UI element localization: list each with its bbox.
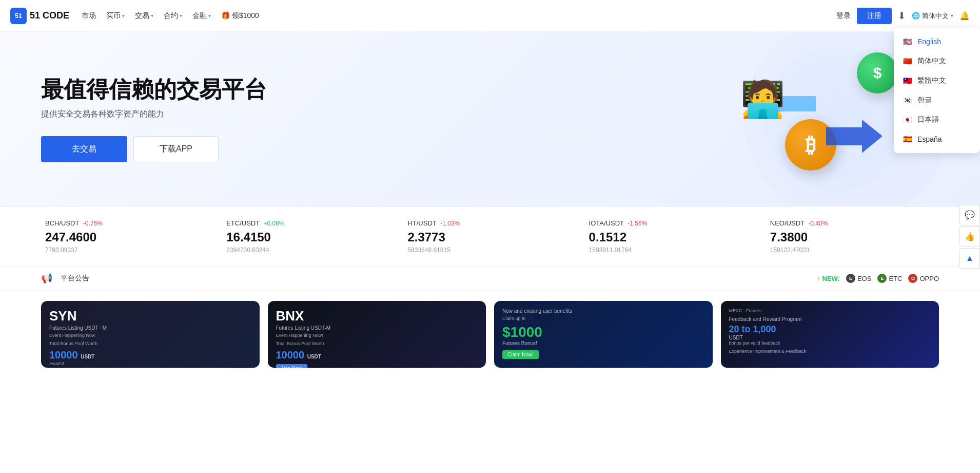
ticker-ht[interactable]: HT/USDT -1.03% 2.3773 5833648.61815 bbox=[403, 219, 576, 254]
ticker-iota-pair: IOTA/USDT -1.56% bbox=[589, 219, 754, 227]
banner-syn-amount: 10000 USDT bbox=[49, 349, 251, 361]
banner-mxc[interactable]: MEXC · Futures Feedback and Reward Progr… bbox=[721, 301, 939, 368]
coin-tag-oppo[interactable]: O OPPO bbox=[908, 274, 939, 283]
download-app-button[interactable]: 下载APP bbox=[133, 136, 219, 162]
banner-mxc-sub: Experience Improvement & Feedback bbox=[729, 349, 931, 354]
ticker-grid: BCH/USDT -0.76% 247.4600 7793.09337 ETC/… bbox=[41, 219, 939, 254]
nav-buy[interactable]: 买币 ▾ bbox=[106, 11, 125, 21]
etc-label: ETC bbox=[889, 275, 902, 282]
hero-subtitle: 提供安全交易各种数字资产的能力 bbox=[41, 109, 267, 120]
banner-bnx-join-button[interactable]: Join Now bbox=[276, 364, 307, 368]
nav-finance[interactable]: 金融 ▾ bbox=[192, 11, 211, 21]
ticker-neo-price: 7.3800 bbox=[770, 230, 935, 244]
chat-widget-button[interactable]: 💬 bbox=[959, 205, 980, 225]
bell-icon[interactable]: 🔔 bbox=[959, 11, 970, 21]
oppo-dot: O bbox=[908, 274, 917, 283]
coin-tag-eos[interactable]: E EOS bbox=[846, 274, 871, 283]
language-button[interactable]: 🌐 简体中文 ▾ bbox=[912, 11, 953, 21]
ticker-bch[interactable]: BCH/USDT -0.76% 247.4600 7793.09337 bbox=[41, 219, 214, 254]
ko-flag-icon: 🇰🇷 bbox=[902, 95, 912, 105]
ticker-neo-vol: 159122.47023 bbox=[770, 247, 935, 254]
chevron-icon: ▾ bbox=[180, 13, 182, 18]
lang-es-label: España bbox=[917, 135, 942, 143]
nav-contract[interactable]: 合约 ▾ bbox=[164, 11, 182, 21]
lang-option-es[interactable]: 🇪🇸 España bbox=[894, 129, 980, 149]
register-button[interactable]: 注册 bbox=[857, 8, 892, 24]
chevron-icon: ▾ bbox=[208, 13, 211, 18]
hero-title: 最值得信赖的交易平台 bbox=[41, 76, 267, 103]
banner-syn-subtitle: Futures Listing USDT · M bbox=[49, 325, 251, 331]
arrow-right-icon bbox=[826, 120, 883, 160]
login-button[interactable]: 登录 bbox=[836, 11, 851, 21]
eos-label: EOS bbox=[857, 275, 871, 282]
chevron-down-icon: ▾ bbox=[951, 13, 953, 18]
ticker-iota-price: 0.1512 bbox=[589, 230, 754, 244]
chevron-icon: ▾ bbox=[151, 13, 153, 18]
hero-buttons: 去交易 下载APP bbox=[41, 136, 267, 162]
oppo-label: OPPO bbox=[919, 275, 939, 282]
zh-tw-flag-icon: 🇹🇼 bbox=[902, 75, 912, 86]
ticker-ht-price: 2.3773 bbox=[407, 230, 572, 244]
eos-dot: E bbox=[846, 274, 855, 283]
ticker-etc[interactable]: ETC/USDT +0.08% 16.4150 2394730.63244 bbox=[222, 219, 395, 254]
banner-bnx-usdt: USDT bbox=[307, 354, 321, 360]
lang-option-zh-cn[interactable]: 🇨🇳 简体中文 bbox=[894, 51, 980, 71]
announce-bar: 📢 平台公告 ↑ NEW: E EOS E ETC O OPPO bbox=[0, 267, 980, 291]
navbar: 51 51 CODE 市场 买币 ▾ 交易 ▾ 合约 ▾ 金融 ▾ 🎁 领$10… bbox=[0, 0, 980, 32]
lang-zh-tw-label: 繁體中文 bbox=[917, 76, 946, 85]
ticker-section: BCH/USDT -0.76% 247.4600 7793.09337 ETC/… bbox=[0, 206, 980, 267]
banner-bnx[interactable]: BNX Futures Listing USDT-M Event Happeni… bbox=[268, 301, 486, 368]
lang-option-en[interactable]: 🇺🇸 English bbox=[894, 32, 980, 51]
zh-cn-flag-icon: 🇨🇳 bbox=[902, 56, 912, 66]
download-button[interactable]: ⬇ bbox=[898, 10, 906, 22]
banner-claim-content: Now and existing user benefits Claim up … bbox=[494, 301, 713, 368]
lang-option-ko[interactable]: 🇰🇷 한글 bbox=[894, 90, 980, 110]
en-flag-icon: 🇺🇸 bbox=[902, 36, 912, 47]
banner-syn[interactable]: SYN Futures Listing USDT · M Event Happe… bbox=[41, 301, 260, 368]
banner-mxc-program: Feedback and Reward Program bbox=[729, 316, 931, 322]
ticker-etc-pair: ETC/USDT +0.08% bbox=[226, 219, 391, 227]
lang-en-label: English bbox=[917, 37, 941, 46]
ticker-neo[interactable]: NEO/USDT -0.40% 7.3800 159122.47023 bbox=[766, 219, 939, 254]
coin-tag-etc[interactable]: E ETC bbox=[877, 274, 902, 283]
banner-syn-usdt: USDT bbox=[81, 354, 94, 360]
banner-bnx-body: Event Happening Now! bbox=[276, 333, 478, 338]
language-dropdown: 🇺🇸 English 🇨🇳 简体中文 🇹🇼 繁體中文 🇰🇷 한글 🇯🇵 日本語 … bbox=[894, 28, 980, 153]
announce-icon: 📢 bbox=[41, 273, 52, 284]
announce-text[interactable]: 平台公告 bbox=[61, 274, 89, 283]
chevron-icon: ▾ bbox=[122, 13, 125, 18]
banner-mxc-body: bonus per valid feedback bbox=[729, 340, 931, 346]
banner-mxc-amount: 20 to 1,000 bbox=[729, 324, 931, 335]
logo-icon: 51 bbox=[10, 8, 27, 24]
trade-button[interactable]: 去交易 bbox=[41, 136, 127, 162]
ticker-etc-vol: 2394730.63244 bbox=[226, 247, 391, 254]
lang-zh-cn-label: 简体中文 bbox=[917, 56, 946, 66]
ticker-neo-pair: NEO/USDT -0.40% bbox=[770, 219, 935, 227]
banner-claim-label: Claim up to bbox=[502, 316, 704, 321]
banners-section: SYN Futures Listing USDT · M Event Happe… bbox=[0, 291, 980, 388]
ticker-iota[interactable]: IOTA/USDT -1.56% 0.1512 1593911.01764 bbox=[585, 219, 758, 254]
thumbs-up-widget-button[interactable]: 👍 bbox=[959, 226, 980, 247]
nav-bonus[interactable]: 🎁 领$1000 bbox=[221, 11, 259, 21]
logo-text: 51 CODE bbox=[30, 10, 69, 21]
lang-option-zh-tw[interactable]: 🇹🇼 繁體中文 bbox=[894, 71, 980, 90]
lang-ja-label: 日本語 bbox=[917, 115, 939, 124]
site-logo[interactable]: 51 51 CODE bbox=[10, 8, 69, 24]
banner-bnx-pool-label: Total Bonus Pool Worth bbox=[276, 341, 478, 346]
banner-claim[interactable]: Now and existing user benefits Claim up … bbox=[494, 301, 713, 368]
ticker-ht-pair: HT/USDT -1.03% bbox=[407, 219, 572, 227]
ticker-bch-vol: 7793.09337 bbox=[45, 247, 210, 254]
ticker-iota-vol: 1593911.01764 bbox=[589, 247, 754, 254]
banner-bnx-content: BNX Futures Listing USDT-M Event Happeni… bbox=[268, 301, 486, 368]
banner-bnx-tag: BNX bbox=[276, 308, 478, 324]
lang-option-ja[interactable]: 🇯🇵 日本語 bbox=[894, 110, 980, 129]
scroll-top-button[interactable]: ▲ bbox=[959, 248, 980, 269]
nav-items: 市场 买币 ▾ 交易 ▾ 合约 ▾ 金融 ▾ 🎁 领$1000 bbox=[82, 11, 836, 21]
nav-trade[interactable]: 交易 ▾ bbox=[135, 11, 153, 21]
ticker-bch-pair: BCH/USDT -0.76% bbox=[45, 219, 210, 227]
banner-claim-button[interactable]: Claim Now! bbox=[502, 350, 539, 359]
new-label: ↑ NEW: bbox=[817, 275, 840, 282]
nav-market[interactable]: 市场 bbox=[82, 11, 96, 21]
character-figure: 🧑‍💻 bbox=[740, 78, 785, 120]
banner-syn-tag: SYN bbox=[49, 308, 251, 324]
